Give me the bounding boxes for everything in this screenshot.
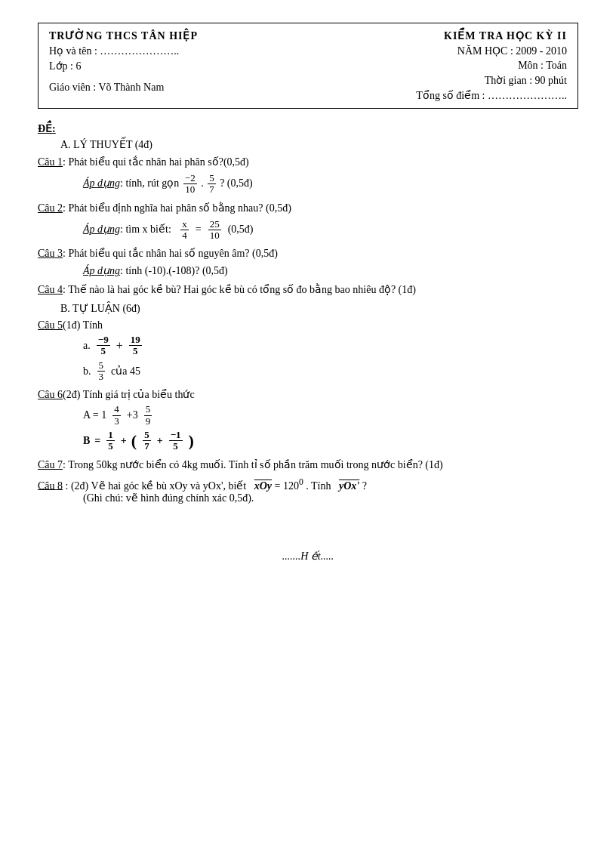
cau3-ap-dung: Áp dụng: tính (-10).(-108)? (0,5đ) bbox=[83, 264, 578, 277]
frac-B-neg1-5: −15 bbox=[169, 430, 183, 452]
cau1-ap-dung: Áp dụng: tính, rút gọn −210 . 57 ? (0,5đ… bbox=[83, 173, 578, 196]
frac-25-10: 2510 bbox=[208, 219, 221, 242]
de-label: ĐỀ: bbox=[38, 122, 578, 135]
cau6-title: Câu 6 bbox=[38, 389, 63, 400]
de-section: ĐỀ: A. LÝ THUYẾT (4đ) Câu 1: Phát biểu q… bbox=[38, 122, 578, 504]
question-6: Câu 6(2đ) Tính giá trị của biểu thức A =… bbox=[38, 388, 578, 452]
cau6-B: B = 15 + ( 57 + −15 ) bbox=[83, 430, 578, 452]
section-a-title: A. LÝ THUYẾT (4đ) bbox=[60, 138, 578, 151]
question-8: Câu 8 : (2đ) Vẽ hai góc kề bù xOy và yOx… bbox=[38, 477, 578, 505]
nam-hoc: NĂM HỌC : 2009 - 2010 bbox=[457, 45, 567, 57]
frac-neg2-10: −210 bbox=[183, 173, 197, 196]
ho-va-ten: Họ và tên : ………………….. bbox=[49, 45, 198, 57]
frac-neg9-5: −95 bbox=[97, 335, 110, 357]
cau8-ghi-chu: (Ghi chú: vẽ hình đúng chính xác 0,5đ). bbox=[83, 492, 254, 504]
question-7: Câu 7: Trong 50kg nước biển có 4kg muối.… bbox=[38, 458, 578, 471]
frac-x-4: x4 bbox=[180, 219, 189, 242]
mon: Môn : Toán bbox=[518, 60, 567, 72]
cau6-A: A = 1 43 +3 59 bbox=[83, 404, 578, 427]
cau2-title: Câu 2 bbox=[38, 202, 63, 214]
header-left: TRƯỜNG THCS TÂN HIỆP Họ và tên : …………………… bbox=[49, 29, 198, 102]
frac-B-5-7: 57 bbox=[143, 430, 151, 452]
cau5-part-a: a. −95 + 195 bbox=[83, 335, 578, 357]
cau8-title: Câu 8 bbox=[38, 480, 63, 491]
school-name: TRƯỜNG THCS TÂN HIỆP bbox=[49, 29, 198, 42]
question-3: Câu 3: Phát biểu qui tắc nhân hai số ngu… bbox=[38, 247, 578, 277]
frac-B-1-5: 15 bbox=[106, 430, 115, 452]
cau5-title: Câu 5 bbox=[38, 319, 63, 331]
exam-title: KIỂM TRA HỌC KỲ II bbox=[444, 29, 567, 42]
question-1: Câu 1: Phát biểu qui tắc nhân hai phân s… bbox=[38, 156, 578, 196]
angle-yOx-prime: yOx' bbox=[339, 480, 359, 491]
cau7-title: Câu 7 bbox=[38, 459, 63, 470]
tong-so-diem: Tổng số điểm : ………………….. bbox=[416, 89, 567, 102]
cau5-part-b: b. 53 của 45 bbox=[83, 360, 578, 383]
frac-A-5-9: 59 bbox=[144, 404, 152, 427]
frac-A-4-3: 43 bbox=[112, 404, 121, 427]
header-box: TRƯỜNG THCS TÂN HIỆP Họ và tên : …………………… bbox=[38, 23, 578, 109]
section-b-title: B. TỰ LUẬN (6đ) bbox=[60, 302, 578, 315]
frac-19-5: 195 bbox=[129, 335, 142, 357]
cau1-title: Câu 1 bbox=[38, 156, 63, 168]
thoi-gian: Thời gian : 90 phút bbox=[485, 74, 567, 87]
question-5: Câu 5(1đ) Tính a. −95 + 195 b. 53 của 45 bbox=[38, 319, 578, 382]
question-2: Câu 2: Phát biểu định nghĩa hai phân số … bbox=[38, 202, 578, 242]
frac-5-3: 53 bbox=[97, 360, 106, 383]
giao-vien: Giáo viên : Võ Thành Nam bbox=[49, 82, 198, 94]
cau4-title: Câu 4 bbox=[38, 284, 63, 295]
lop: Lớp : 6 bbox=[49, 60, 198, 72]
header-right: KIỂM TRA HỌC KỲ II NĂM HỌC : 2009 - 2010… bbox=[416, 29, 567, 102]
angle-xOy: xOy bbox=[254, 480, 272, 491]
frac-5-7: 57 bbox=[208, 173, 216, 196]
cau3-title: Câu 3 bbox=[38, 248, 63, 259]
question-4: Câu 4: Thế nào là hai góc kề bù? Hai góc… bbox=[38, 283, 578, 296]
cau2-ap-dung: Áp dụng: tìm x biết: x4 = 2510 (0,5đ) bbox=[83, 219, 578, 242]
het-label: .......H ết..... bbox=[38, 550, 578, 563]
